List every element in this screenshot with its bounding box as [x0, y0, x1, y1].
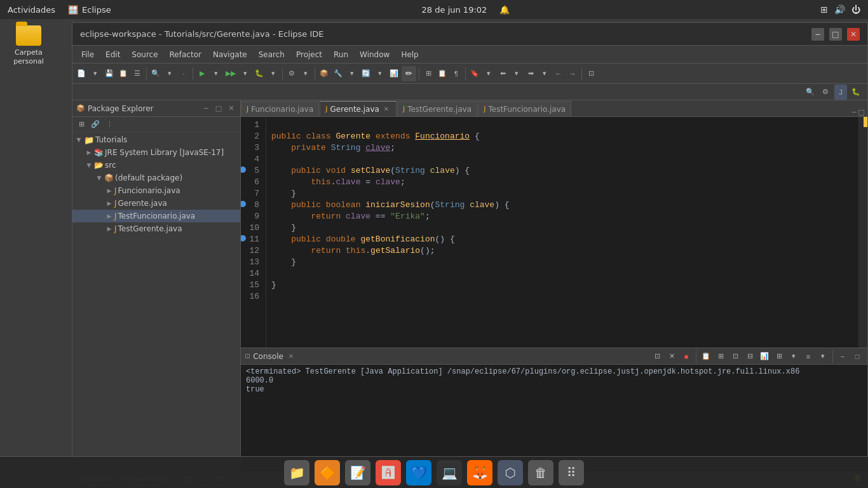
menu-refactor[interactable]: Refactor: [165, 48, 207, 61]
toolbar-btn8[interactable]: 🔧: [332, 66, 344, 81]
tab-maximize-btn[interactable]: □: [858, 108, 865, 116]
toolbar-btn14[interactable]: ➡: [524, 66, 537, 81]
toolbar-btn4[interactable]: ☰: [131, 66, 144, 81]
pe-menu-btn[interactable]: ⋮: [103, 117, 116, 132]
console-btn6[interactable]: ≡: [802, 349, 815, 364]
taskbar-bin[interactable]: 🗑: [528, 460, 553, 485]
toolbar-btn6[interactable]: ⚙: [285, 66, 298, 81]
taskbar-eclipse[interactable]: ⬡: [498, 460, 523, 485]
panel-maximize-btn[interactable]: □: [214, 104, 224, 114]
taskbar-writer[interactable]: 📝: [345, 460, 370, 485]
code-content[interactable]: public class Gerente extends Funcionario…: [266, 117, 858, 348]
toolbar2-btn1[interactable]: ⚙: [819, 85, 832, 100]
tree-funcionario[interactable]: ▶ J Funcionario.java: [72, 184, 240, 197]
console-btn5[interactable]: ⊞: [773, 349, 785, 364]
console-tab-label[interactable]: Console: [253, 352, 283, 361]
pe-link-btn[interactable]: 🔗: [89, 117, 102, 132]
taskbar-apps[interactable]: ⠿: [559, 460, 584, 485]
taskbar-appstore[interactable]: 🅰: [376, 460, 401, 485]
toolbar-btn9[interactable]: 🔄: [360, 66, 372, 81]
tree-gerente[interactable]: ▶ J Gerente.java: [72, 197, 240, 210]
toolbar-run-btn[interactable]: ▶: [196, 66, 208, 81]
pe-collapse-all-btn[interactable]: ⊞: [75, 117, 88, 132]
menu-window[interactable]: Window: [355, 48, 395, 61]
toolbar-dropdown6[interactable]: ▾: [299, 66, 312, 81]
toolbar-dropdown2[interactable]: ▾: [163, 66, 176, 81]
desktop-folder-icon[interactable]: Carpetapersonal: [6, 25, 51, 67]
toolbar-nav-fwd[interactable]: →: [566, 66, 579, 81]
code-editor[interactable]: 1 2 3 4 5 6 7 8 9 10 11: [241, 117, 867, 348]
console-clear-btn[interactable]: ⊡: [651, 349, 663, 364]
toolbar-dropdown3[interactable]: ▾: [210, 66, 222, 81]
toolbar-search-btn[interactable]: 🔍: [149, 66, 162, 81]
menu-file[interactable]: File: [76, 48, 99, 61]
console-copy-btn[interactable]: 📋: [700, 349, 712, 364]
tree-testgerente[interactable]: ▶ J TestGerente.java: [72, 222, 240, 235]
network-icon[interactable]: ⊞: [820, 4, 828, 15]
tab-close-ger[interactable]: ✕: [382, 105, 391, 114]
toolbar-dropdown1[interactable]: ▾: [89, 66, 102, 81]
maximize-button[interactable]: □: [829, 28, 842, 41]
editor-scrollbar[interactable]: [858, 117, 867, 348]
toolbar-indent-btn[interactable]: ¶: [450, 66, 463, 81]
tree-tutorials[interactable]: ▼ 📁 Tutorials: [72, 133, 240, 146]
console-minimize-btn[interactable]: −: [836, 349, 849, 364]
taskbar-vscode[interactable]: 💙: [406, 460, 431, 485]
tab-testgerente[interactable]: J TestGerente.java: [397, 101, 477, 116]
bell-icon[interactable]: 🔔: [499, 5, 510, 15]
toolbar-dropdown9[interactable]: ▾: [482, 66, 495, 81]
menu-source[interactable]: Source: [126, 48, 163, 61]
toolbar-layout-btn[interactable]: ⊞: [422, 66, 435, 81]
toolbar-dropdown8[interactable]: ▾: [374, 66, 386, 81]
sound-icon[interactable]: 🔊: [834, 4, 845, 15]
toolbar-save-btn[interactable]: 💾: [103, 66, 116, 81]
console-maximize-btn[interactable]: □: [851, 349, 864, 364]
perspective-java-btn[interactable]: J: [834, 85, 847, 100]
power-icon[interactable]: ⏻: [851, 4, 860, 15]
console-tab-close[interactable]: ✕: [288, 353, 294, 360]
menu-help[interactable]: Help: [396, 48, 423, 61]
menu-project[interactable]: Project: [291, 48, 327, 61]
toolbar-dropdown11[interactable]: ▾: [538, 66, 551, 81]
console-stop-btn[interactable]: ■: [680, 349, 693, 364]
toolbar-dropdown10[interactable]: ▾: [510, 66, 523, 81]
toolbar-btn12[interactable]: 📋: [436, 66, 449, 81]
console-close-btn[interactable]: ✕: [665, 349, 678, 364]
toolbar-btn5[interactable]: ·: [177, 66, 190, 81]
console-dropdown1[interactable]: ▾: [787, 349, 800, 364]
menu-navigate[interactable]: Navigate: [208, 48, 252, 61]
menu-run[interactable]: Run: [329, 48, 353, 61]
toolbar-run2[interactable]: ▶▶: [224, 66, 238, 81]
toolbar-debug-btn[interactable]: 🐛: [253, 66, 266, 81]
toolbar-bookmark-btn[interactable]: 🔖: [468, 66, 481, 81]
tree-testfuncionario[interactable]: ▶ J TestFuncionario.java: [72, 210, 240, 222]
perspective-debug-btn[interactable]: 🐛: [850, 85, 862, 100]
toolbar-perspective-btn[interactable]: ⊡: [585, 66, 597, 81]
console-dropdown2[interactable]: ▾: [817, 349, 829, 364]
taskbar-orange[interactable]: 🔶: [315, 460, 340, 485]
tree-jre[interactable]: ▶ 📚 JRE System Library [JavaSE-17]: [72, 146, 240, 159]
console-btn2[interactable]: ⊡: [729, 349, 742, 364]
toolbar-dropdown7[interactable]: ▾: [346, 66, 358, 81]
eclipse-app-label[interactable]: 🪟 Eclipse: [68, 5, 111, 15]
activities-label[interactable]: Actividades: [8, 5, 55, 15]
console-btn3[interactable]: ⊟: [743, 349, 756, 364]
tab-minimize-btn[interactable]: −: [851, 108, 857, 116]
search-btn[interactable]: 🔍: [804, 85, 817, 100]
toolbar-dropdown5[interactable]: ▾: [267, 66, 280, 81]
tree-default-package[interactable]: ▼ 📦 (default package): [72, 172, 240, 184]
taskbar-terminal[interactable]: 💻: [437, 460, 462, 485]
toolbar-btn3[interactable]: 📋: [117, 66, 130, 81]
console-btn4[interactable]: 📊: [758, 349, 771, 364]
tab-testfuncionario[interactable]: J TestFuncionario.java: [478, 101, 571, 116]
taskbar-files[interactable]: 📁: [284, 460, 309, 485]
toolbar-new-btn[interactable]: 📄: [75, 66, 88, 81]
panel-minimize-btn[interactable]: −: [201, 104, 211, 114]
toolbar-btn10[interactable]: 📊: [388, 66, 400, 81]
toolbar-btn13[interactable]: ⬅: [496, 66, 509, 81]
menu-edit[interactable]: Edit: [100, 48, 125, 61]
panel-close-btn[interactable]: ✕: [226, 104, 236, 114]
minimize-button[interactable]: −: [811, 28, 824, 41]
console-btn1[interactable]: ⊞: [714, 349, 727, 364]
toolbar-dropdown4[interactable]: ▾: [239, 66, 252, 81]
